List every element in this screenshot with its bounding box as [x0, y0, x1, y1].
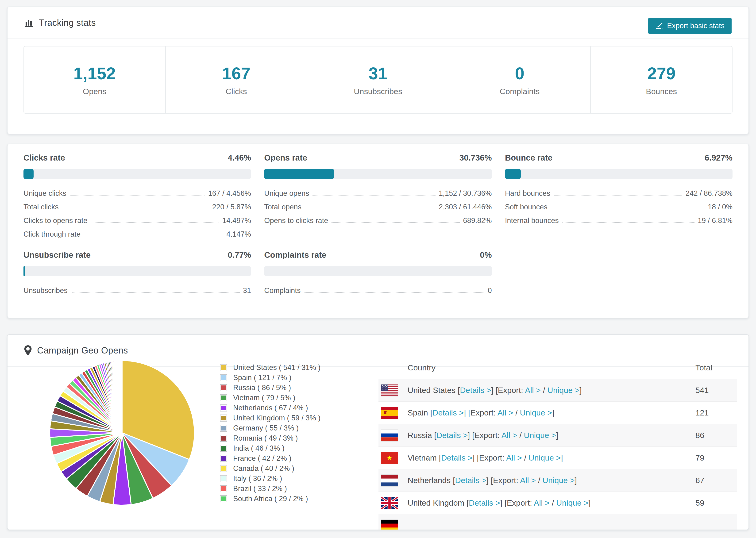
rate-section-complaints-rate: Complaints rate0%Complaints0: [264, 250, 492, 295]
legend-item: South Africa ( 29 / 2% ): [220, 494, 320, 504]
rate-detail-row: Internal bounces19 / 6.81%: [505, 211, 732, 225]
rate-section-bounce-rate: Bounce rate6.927%Hard bounces242 / 86.73…: [505, 153, 732, 239]
export-all-link[interactable]: All >: [520, 476, 536, 485]
bar-chart-icon: [24, 18, 34, 28]
rate-progress-bar: [24, 169, 251, 179]
rate-name: Opens rate: [264, 153, 307, 162]
detail-label: Opens to clicks rate: [264, 216, 328, 225]
rate-name: Unsubscribe rate: [24, 250, 91, 260]
stat-label: Clicks: [226, 87, 247, 96]
rate-detail-row: Hard bounces242 / 86.738%: [505, 184, 732, 198]
export-unique-link[interactable]: Unique >: [528, 453, 561, 462]
export-unique-link[interactable]: Unique >: [520, 408, 552, 417]
details-link[interactable]: Details >: [469, 498, 500, 507]
detail-label: Click through rate: [24, 230, 81, 239]
details-link[interactable]: Details >: [441, 453, 472, 462]
details-link[interactable]: Details >: [432, 408, 464, 417]
dotted-leader: [312, 195, 436, 195]
rate-detail-row: Opens to clicks rate689.82%: [264, 211, 492, 225]
legend-swatch: [220, 404, 227, 411]
total-cell: 79: [695, 453, 737, 462]
detail-value: 31: [243, 286, 251, 295]
ru-flag-icon: [381, 430, 398, 441]
dotted-leader: [305, 209, 436, 209]
export-unique-link[interactable]: Unique >: [547, 386, 579, 395]
legend-swatch: [220, 485, 227, 492]
table-row-netherlands: Netherlands [Details >] [Export: All > /…: [378, 469, 737, 492]
export-basic-stats-button[interactable]: Export basic stats: [648, 18, 731, 34]
rate-section-clicks-rate: Clicks rate4.46%Unique clicks167 / 4.456…: [24, 153, 251, 239]
geo-table-header-row: Country Total: [378, 356, 737, 379]
table-row-spain: Spain [Details >] [Export: All > / Uniqu…: [378, 402, 737, 424]
export-all-link[interactable]: All >: [525, 386, 541, 395]
legend-label: Spain ( 121 / 7% ): [233, 373, 291, 382]
legend-swatch: [220, 445, 227, 452]
dotted-leader: [562, 222, 694, 223]
legend-label: Brazil ( 33 / 2% ): [233, 484, 287, 493]
country-cell-text: Vietnam [Details >] [Export: All > / Uni…: [407, 453, 563, 462]
legend-item: India ( 46 / 3% ): [220, 443, 320, 453]
legend-swatch: [220, 455, 227, 462]
export-unique-link[interactable]: Unique >: [543, 476, 575, 485]
legend-item: Romania ( 49 / 3% ): [220, 433, 320, 443]
legend-item: France ( 42 / 2% ): [220, 453, 320, 463]
details-link[interactable]: Details >: [436, 431, 468, 440]
export-all-link[interactable]: All >: [534, 498, 550, 507]
rate-detail-row: Unsubscribes31: [24, 281, 251, 295]
legend-swatch: [220, 384, 227, 391]
tracking-stats-panel: Tracking stats Export basic stats 1,152O…: [7, 7, 749, 134]
rate-value: 6.927%: [705, 153, 732, 162]
dotted-leader: [332, 222, 460, 223]
stat-label: Unsubscribes: [354, 87, 402, 96]
dotted-leader: [62, 209, 209, 209]
dotted-leader: [551, 209, 705, 209]
detail-value: 2,303 / 61.446%: [439, 203, 492, 211]
rate-value: 30.736%: [459, 153, 492, 162]
stat-cell-complaints: 0Complaints: [449, 46, 590, 113]
table-row-united-kingdom: United Kingdom [Details >] [Export: All …: [378, 492, 737, 514]
summary-row: 1,152Opens167Clicks31Unsubscribes0Compla…: [24, 46, 732, 114]
rate-progress-bar: [264, 169, 492, 179]
rate-value: 0%: [480, 250, 492, 260]
details-link[interactable]: Details >: [460, 386, 491, 395]
geo-country-table: Country Total United States [Details >] …: [378, 356, 737, 530]
us-flag-icon: [381, 385, 398, 396]
rate-name: Clicks rate: [24, 153, 65, 162]
rate-detail-row: Click through rate4.147%: [24, 225, 251, 239]
page-title: Tracking stats: [39, 18, 96, 28]
export-unique-link[interactable]: Unique >: [524, 431, 556, 440]
export-all-link[interactable]: All >: [502, 431, 517, 440]
detail-label: Unsubscribes: [24, 286, 68, 295]
stat-value: 0: [515, 64, 524, 83]
table-row-russia: Russia [Details >] [Export: All > / Uniq…: [378, 424, 737, 447]
country-cell-text: United States [Details >] [Export: All >…: [407, 386, 582, 395]
detail-label: Total opens: [264, 203, 301, 211]
country-cell-text: Netherlands [Details >] [Export: All > /…: [407, 476, 577, 485]
legend-swatch: [220, 414, 227, 422]
dotted-leader: [554, 195, 682, 195]
legend-label: Canada ( 40 / 2% ): [233, 464, 294, 473]
legend-swatch: [220, 425, 227, 432]
export-all-link[interactable]: All >: [506, 453, 522, 462]
stat-value: 1,152: [74, 64, 116, 83]
detail-value: 19 / 6.81%: [698, 216, 732, 225]
detail-label: Unique clicks: [24, 189, 67, 198]
rate-progress-bar: [24, 266, 251, 276]
de-flag-icon: [381, 520, 398, 530]
legend-item: Vietnam ( 79 / 5% ): [220, 393, 320, 403]
export-unique-link[interactable]: Unique >: [556, 498, 588, 507]
details-link[interactable]: Details >: [455, 476, 486, 485]
legend-swatch: [220, 374, 227, 381]
geo-opens-title: Campaign Geo Opens: [37, 346, 128, 355]
detail-label: Total clicks: [24, 203, 59, 211]
country-cell-text: Spain [Details >] [Export: All > / Uniqu…: [407, 408, 554, 417]
detail-value: 167 / 4.456%: [208, 189, 251, 198]
rate-detail-row: Unique opens1,152 / 30.736%: [264, 184, 492, 198]
legend-label: France ( 42 / 2% ): [233, 454, 291, 463]
dotted-leader: [71, 292, 240, 293]
rates-grid: Clicks rate4.46%Unique clicks167 / 4.456…: [24, 153, 732, 295]
rate-detail-row: Total opens2,303 / 61.446%: [264, 198, 492, 211]
stat-cell-opens: 1,152Opens: [24, 46, 165, 113]
export-all-link[interactable]: All >: [498, 408, 513, 417]
detail-label: Hard bounces: [505, 189, 550, 198]
